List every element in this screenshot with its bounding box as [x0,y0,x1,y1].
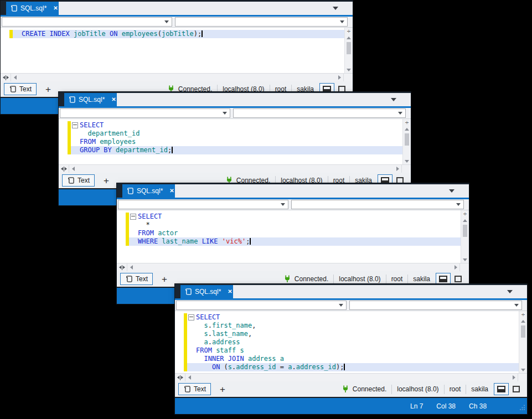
splitter-handle-icon[interactable] [175,374,185,381]
scroll-up-icon[interactable] [461,217,469,224]
code-line[interactable]: SELECT [117,213,461,221]
splitter-handle-icon[interactable]: ÷ [347,28,350,34]
code-line[interactable]: department_id [59,130,403,138]
text-view-button[interactable]: Text [120,273,153,285]
right-combobox[interactable] [233,108,406,118]
horizontal-scrollbar-track[interactable] [19,74,335,81]
vertical-scrollbar-thumb[interactable] [405,133,409,146]
scroll-down-icon[interactable] [461,256,469,263]
divider [444,385,445,394]
left-combobox[interactable] [2,17,172,27]
document-list-dropdown-icon[interactable] [333,7,338,10]
scroll-down-icon[interactable] [345,66,353,73]
horizontal-scrollbar[interactable] [117,263,469,271]
results-pane-bottom-button[interactable] [494,383,509,395]
horizontal-scrollbar-track[interactable] [135,263,452,271]
code-line[interactable]: FROM staff s [175,346,519,355]
vertical-scrollbar-thumb[interactable] [463,225,467,237]
scroll-up-icon[interactable] [403,126,411,132]
splitter-handle-icon[interactable] [117,263,127,271]
horizontal-scrollbar-track[interactable] [77,165,394,173]
document-list-dropdown-icon[interactable] [449,189,454,193]
code-line[interactable]: FROM employees [59,138,403,146]
vertical-scrollbar-thumb[interactable] [347,42,351,54]
scroll-right-icon[interactable] [510,374,518,381]
code-line[interactable]: SELECT [59,121,403,130]
splitter-handle-icon[interactable]: ÷ [521,311,525,318]
text-view-button[interactable]: Text [62,174,95,187]
scroll-left-icon[interactable] [69,165,77,173]
right-combobox[interactable] [349,301,522,310]
results-pane-hidden-button[interactable] [509,383,524,395]
splitter-handle-icon[interactable]: ÷ [405,119,409,126]
close-tab-icon[interactable]: ✕ [169,188,174,194]
close-tab-icon[interactable]: ✕ [53,6,58,11]
scroll-left-icon[interactable] [11,74,19,81]
close-tab-icon[interactable]: ✕ [228,289,232,294]
sql-document-tab[interactable]: SQL.sql* ✕ [180,285,233,298]
splitter-handle-icon[interactable] [59,165,69,173]
right-combobox[interactable] [291,200,464,209]
desktop-background: SQL.sql* ✕ CREATE INDEX jobTitle ON empl… [0,0,532,419]
fold-collapse-icon[interactable] [72,122,78,128]
code-line[interactable]: s.last_name, [175,330,519,338]
scroll-down-icon[interactable] [519,366,527,373]
horizontal-scrollbar[interactable] [59,164,411,173]
new-document-button[interactable]: + [220,385,225,394]
scroll-up-icon[interactable] [345,34,353,41]
vertical-scrollbar[interactable]: ÷ [461,210,469,263]
scroll-down-icon[interactable] [403,158,411,164]
scroll-up-icon[interactable] [519,318,527,324]
document-list-dropdown-icon[interactable] [391,98,396,101]
vertical-scrollbar[interactable]: ÷ [402,119,411,164]
text-view-label: Text [78,177,90,184]
pane-bottom-icon [497,386,505,392]
code-line[interactable]: s.first_name, [175,322,519,330]
vertical-scrollbar-thumb[interactable] [521,325,525,338]
horizontal-scrollbar[interactable] [175,373,527,381]
code-line[interactable]: INNER JOIN address a [175,355,519,363]
text-view-button[interactable]: Text [4,83,37,95]
code-line[interactable]: FROM actor [117,229,461,237]
left-combobox[interactable] [118,200,288,209]
horizontal-scrollbar-track[interactable] [193,374,510,381]
scroll-left-icon[interactable] [127,263,135,271]
current-code-line[interactable]: GROUP BY department_id; [59,146,403,154]
scroll-right-icon[interactable] [335,74,343,81]
vertical-scrollbar[interactable]: ÷ [519,311,527,373]
sql-code-editor[interactable]: CREATE INDEX jobTitle ON employees(jobTi… [1,28,345,73]
scroll-left-icon[interactable] [185,374,193,381]
code-line[interactable]: * [117,221,461,229]
resize-grip[interactable] [519,405,525,412]
right-combobox[interactable] [175,17,348,27]
left-combobox[interactable] [176,301,347,310]
new-document-button[interactable]: + [104,176,109,185]
current-code-line[interactable]: CREATE INDEX jobTitle ON employees(jobTi… [1,30,345,38]
vertical-scrollbar[interactable]: ÷ [344,28,353,73]
code-line[interactable]: SELECT [175,313,519,322]
sql-document-tab[interactable]: SQL.sql* ✕ [64,93,117,106]
horizontal-scrollbar[interactable] [1,73,353,81]
fold-collapse-icon[interactable] [130,214,136,220]
scroll-right-icon[interactable] [394,165,401,173]
scroll-right-icon[interactable] [452,263,459,271]
current-code-line[interactable]: ON (s.address_id = a.address_id); [175,363,519,371]
left-combobox[interactable] [60,108,230,118]
document-list-dropdown-icon[interactable] [507,290,513,293]
close-tab-icon[interactable]: ✕ [111,97,116,102]
new-document-button[interactable]: + [45,85,51,94]
fold-collapse-icon[interactable] [188,314,194,320]
sql-code-editor[interactable]: SELECT *FROM actorWHERE last_name LIKE '… [117,210,461,263]
text-view-button[interactable]: Text [178,383,211,395]
editor-combo-row [59,108,411,119]
new-document-button[interactable]: + [162,275,167,284]
text-view-label: Text [19,85,32,93]
splitter-handle-icon[interactable]: ÷ [463,210,467,217]
sql-code-editor[interactable]: SELECT s.first_name, s.last_name, a.addr… [175,311,519,373]
sql-document-tab[interactable]: SQL.sql* ✕ [122,184,175,198]
splitter-handle-icon[interactable] [1,74,11,81]
sql-document-tab[interactable]: SQL.sql* ✕ [6,2,59,15]
current-code-line[interactable]: WHERE last_name LIKE 'vic%'; [117,237,461,246]
code-line[interactable]: a.address [175,338,519,346]
sql-code-editor[interactable]: SELECT department_idFROM employeesGROUP … [59,119,403,164]
